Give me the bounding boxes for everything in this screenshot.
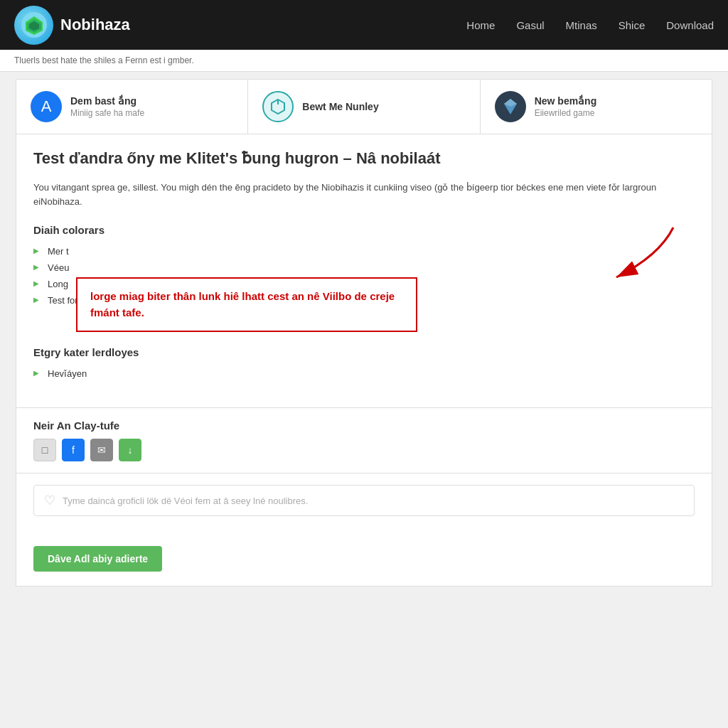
bullet-list-1: Hevǐáyen [33, 365, 695, 382]
nav-mtinas[interactable]: Mtinas [566, 19, 597, 31]
list-item: Hevǐáyen [33, 365, 695, 382]
feature-subtitle-0: Miniig safe ha mafe [70, 108, 144, 118]
main-content: A Dem bast ắng Miniig safe ha mafe Bewt … [16, 79, 712, 587]
share-btn-download[interactable]: ↓ [119, 439, 141, 461]
breadcrumb: Tluerls best hate the shiles a Fernn est… [0, 50, 728, 72]
feature-icon-diamond [495, 91, 526, 122]
popup-box: lorge miag biter thân lunk hiê lhatt ces… [76, 277, 417, 332]
feature-item-1[interactable]: Bewt Me Nunley [248, 80, 480, 134]
nav-home[interactable]: Home [466, 19, 495, 31]
logo-icon [14, 6, 53, 45]
popup-text: lorge miag biter thân lunk hiê lhatt ces… [90, 290, 395, 318]
section-heading-1: Etgry kater lerdloyes [33, 346, 695, 358]
popup-wrapper: Mer t Véeu Long Test for not ane than Vi… [33, 243, 695, 332]
navbar: Nobihaza Home Gasul Mtinas Shice Downloa… [0, 0, 728, 50]
comment-placeholder: Tyme daincá groficli lök dë Véoi fem at … [63, 496, 308, 506]
heart-icon: ♡ [44, 493, 55, 508]
feature-title-2: New bemắng [535, 95, 597, 107]
nav-gasul[interactable]: Gasul [516, 19, 544, 31]
share-title: Neir An Clay-tufe [33, 419, 695, 432]
submit-button[interactable]: Dâve Adl abiy adierte [33, 546, 162, 572]
nav-download[interactable]: Download [666, 19, 714, 31]
submit-section: Dâve Adl abiy adierte [16, 537, 712, 586]
comment-input-row[interactable]: ♡ Tyme daincá groficli lök dë Véoi fem a… [33, 485, 695, 516]
feature-subtitle-2: Eiiewriled game [535, 108, 597, 118]
feature-title-0: Dem bast ắng [70, 95, 144, 107]
feature-bar: A Dem bast ắng Miniig safe ha mafe Bewt … [16, 80, 712, 134]
breadcrumb-text: Tluerls best hate the shiles a Fernn est… [14, 55, 194, 65]
brand-name: Nobihaza [60, 16, 130, 34]
feature-title-1: Bewt Me Nunley [302, 101, 378, 112]
share-section: Neir An Clay-tufe □ f ✉ ↓ [16, 407, 712, 473]
feature-item-2[interactable]: New bemắng Eiiewriled game [481, 80, 712, 134]
nav-shice[interactable]: Shice [619, 19, 646, 31]
feature-icon-hex [262, 91, 294, 122]
article: Test ďandra őny me Klitet's ƀung hugron … [16, 134, 712, 407]
feature-item-0[interactable]: A Dem bast ắng Miniig safe ha mafe [16, 80, 248, 134]
article-body: You vitangant sprea ge, sillest. You mig… [33, 181, 695, 210]
share-btn-facebook[interactable]: f [62, 439, 85, 461]
article-title: Test ďandra őny me Klitet's ƀung hugron … [33, 149, 695, 169]
comment-section: ♡ Tyme daincá groficli lök dë Véoi fem a… [16, 473, 712, 537]
share-btn-email[interactable]: ✉ [90, 439, 113, 461]
feature-icon-app: A [31, 91, 62, 122]
share-btn-generic[interactable]: □ [33, 439, 56, 461]
brand: Nobihaza [14, 6, 466, 45]
share-buttons: □ f ✉ ↓ [33, 439, 695, 461]
nav-menu: Home Gasul Mtinas Shice Download [466, 19, 714, 31]
